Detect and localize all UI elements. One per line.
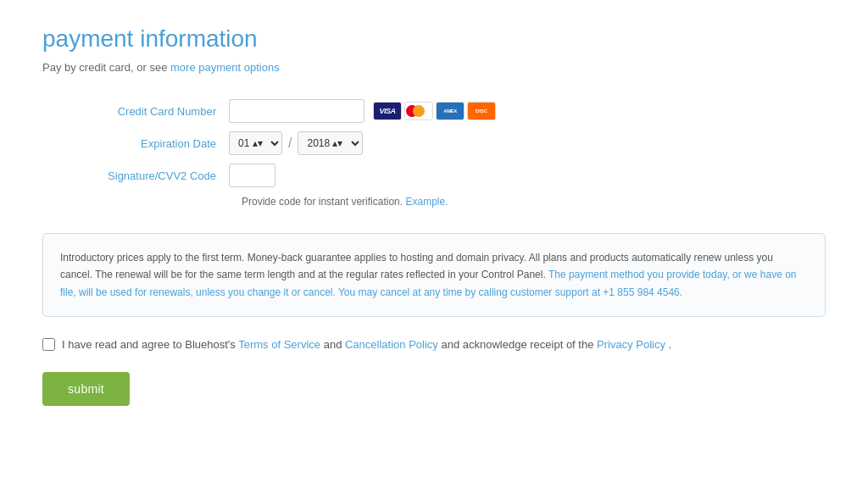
agreement-checkbox[interactable] — [42, 338, 55, 351]
privacy-policy-link[interactable]: Privacy Policy — [597, 338, 665, 351]
credit-card-label: Credit Card Number — [42, 105, 229, 118]
expiration-input-area: 01 ▴▾ 02 03 04 05 06 07 08 09 10 11 12 /… — [229, 131, 363, 155]
page-title: payment information — [42, 25, 826, 53]
cvv-label: Signature/CVV2 Code — [42, 169, 229, 182]
notice-box: Introductory prices apply to the first t… — [42, 233, 826, 317]
amex-icon: AMEX — [436, 102, 465, 120]
credit-card-input-area: VISA AMEX DISC — [229, 99, 496, 123]
submit-button[interactable]: submit — [42, 372, 130, 406]
more-payment-options-link[interactable]: more payment options — [170, 61, 280, 74]
tos-link[interactable]: Terms of Service — [238, 338, 320, 351]
cvv-input-area — [229, 164, 275, 187]
credit-card-input[interactable] — [229, 99, 364, 123]
cvv-hint: Provide code for instant verification. E… — [42, 196, 826, 208]
expiry-year-select[interactable]: 2018 ▴▾ 2019 2020 2021 2022 2023 2024 20… — [298, 131, 363, 155]
subtitle: Pay by credit card, or see more payment … — [42, 61, 826, 74]
expiry-month-select[interactable]: 01 ▴▾ 02 03 04 05 06 07 08 09 10 11 12 — [229, 131, 282, 155]
visa-icon: VISA — [373, 102, 402, 120]
cancellation-policy-link[interactable]: Cancellation Policy — [345, 338, 438, 351]
cvv-example-link[interactable]: Example. — [405, 196, 448, 208]
agreement-row: I have read and agree to Bluehost's Term… — [42, 338, 826, 351]
payment-form: Credit Card Number VISA AMEX DISC Expira… — [42, 99, 826, 208]
mastercard-icon — [404, 102, 433, 120]
cvv-row: Signature/CVV2 Code — [42, 164, 826, 187]
expiration-row: Expiration Date 01 ▴▾ 02 03 04 05 06 07 … — [42, 131, 826, 155]
discover-icon: DISC — [467, 102, 496, 120]
slash-separator: / — [287, 136, 293, 151]
card-icons: VISA AMEX DISC — [373, 102, 496, 120]
expiration-label: Expiration Date — [42, 137, 229, 150]
credit-card-row: Credit Card Number VISA AMEX DISC — [42, 99, 826, 123]
cvv-input[interactable] — [229, 164, 275, 187]
agreement-label: I have read and agree to Bluehost's Term… — [62, 338, 671, 351]
